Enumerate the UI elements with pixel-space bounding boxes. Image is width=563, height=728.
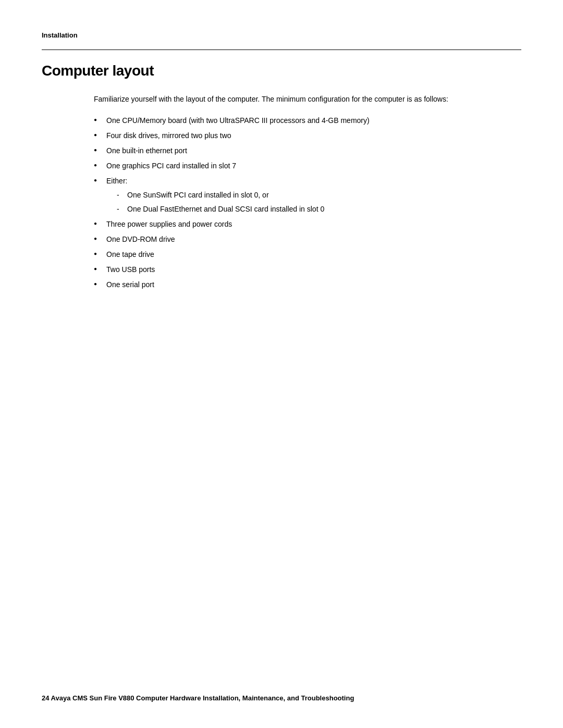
bullet-list: One CPU/Memory board (with two UltraSPAR…: [94, 115, 521, 290]
list-item: One serial port: [94, 279, 521, 290]
list-item: One DVD-ROM drive: [94, 234, 521, 245]
list-item: Either:One SunSwift PCI card installed i…: [94, 176, 521, 215]
list-item: Three power supplies and power cords: [94, 219, 521, 230]
list-item: One graphics PCI card installed in slot …: [94, 161, 521, 171]
footer-text: 24 Avaya CMS Sun Fire V880 Computer Hard…: [42, 694, 354, 702]
divider: [42, 50, 521, 50]
sub-list-item: One SunSwift PCI card installed in slot …: [117, 190, 521, 201]
list-item: One CPU/Memory board (with two UltraSPAR…: [94, 115, 521, 126]
sub-list: One SunSwift PCI card installed in slot …: [117, 190, 521, 215]
header-label: Installation: [42, 31, 521, 39]
sub-list-item: One Dual FastEthernet and Dual SCSI card…: [117, 204, 521, 215]
chapter-title: Computer layout: [42, 63, 521, 79]
page: Installation Computer layout Familiarize…: [0, 0, 563, 728]
intro-text: Familiarize yourself with the layout of …: [94, 94, 521, 105]
list-item: Two USB ports: [94, 264, 521, 275]
list-item: One built-in ethernet port: [94, 145, 521, 156]
list-item: Four disk drives, mirrored two plus two: [94, 130, 521, 141]
list-item: One tape drive: [94, 249, 521, 260]
footer: 24 Avaya CMS Sun Fire V880 Computer Hard…: [42, 694, 521, 702]
